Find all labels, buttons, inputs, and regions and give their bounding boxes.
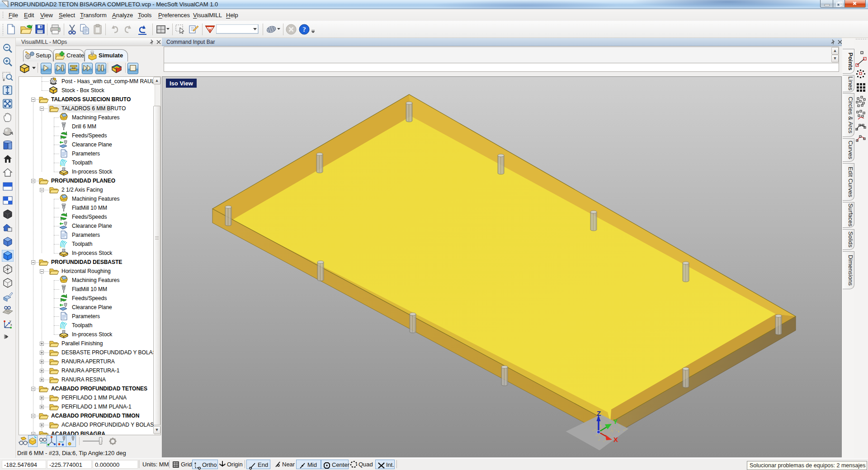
- svg-text:Z: Z: [597, 409, 601, 417]
- svg-text:x: x: [10, 323, 12, 326]
- svg-text:?: ?: [302, 26, 306, 33]
- svg-text:Y: Y: [613, 418, 618, 425]
- svg-text:y: y: [9, 320, 11, 323]
- svg-text:X: X: [613, 436, 618, 443]
